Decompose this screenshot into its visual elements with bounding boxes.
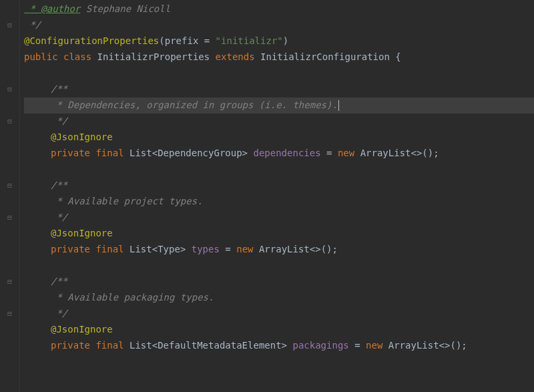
comment-open: /**	[51, 81, 67, 97]
gutter-mark	[0, 354, 19, 370]
string-literal: "initializr"	[216, 33, 283, 49]
code-line[interactable]: /**	[24, 274, 534, 290]
code-line[interactable]: @JsonIgnore	[24, 226, 534, 242]
code-line[interactable]: private final List<DependencyGroup> depe…	[24, 146, 534, 162]
code-line[interactable]: * Available project types.	[24, 194, 534, 210]
field-name: packagings	[292, 338, 348, 354]
javadoc-author-tag: * @author	[24, 1, 80, 17]
gutter-mark	[0, 1, 19, 17]
author-name: Stephane Nicoll	[80, 1, 170, 17]
code-line[interactable]: */	[24, 306, 534, 322]
comment-text: * Available packaging types.	[51, 290, 214, 306]
fold-icon[interactable]: ⊟	[0, 178, 19, 194]
gutter-mark	[0, 290, 19, 306]
code-line[interactable]: @JsonIgnore	[24, 130, 534, 146]
annotation: @JsonIgnore	[51, 322, 113, 338]
code-line[interactable]: /**	[24, 178, 534, 194]
code-editor[interactable]: * @author Stephane Nicoll */ @Configurat…	[20, 0, 534, 392]
keyword-class: class	[63, 49, 97, 65]
keyword-new: new	[366, 338, 388, 354]
fold-icon[interactable]: ⊟	[0, 210, 19, 226]
code-line[interactable]: * @author Stephane Nicoll	[24, 1, 534, 17]
gutter-mark	[0, 130, 19, 146]
fold-icon[interactable]: ⊟	[0, 306, 19, 322]
keyword-private: private	[51, 146, 95, 162]
comment-close: */	[51, 114, 67, 130]
field-name: types	[192, 242, 220, 258]
keyword-final: final	[95, 146, 129, 162]
gutter-mark	[0, 226, 19, 242]
keyword-public: public	[24, 49, 63, 65]
keyword-final: final	[95, 242, 129, 258]
code-line[interactable]: */	[24, 114, 534, 130]
gutter-mark	[0, 65, 19, 81]
parent-class: InitializrConfiguration {	[260, 49, 401, 65]
comment-text: * Dependencies, organized in groups (i.e…	[51, 97, 338, 114]
code-line[interactable]: * Available packaging types.	[24, 290, 534, 306]
annotation: @ConfigurationProperties	[24, 33, 159, 49]
gutter-mark	[0, 49, 19, 65]
comment-close: */	[24, 17, 41, 33]
gutter-mark	[0, 338, 19, 354]
keyword-extends: extends	[216, 49, 260, 65]
gutter-mark	[0, 322, 19, 338]
keyword-new: new	[338, 146, 360, 162]
fold-icon[interactable]: ⊟	[0, 114, 19, 130]
code-line[interactable]: private final List<Type> types = new Arr…	[24, 242, 534, 258]
code-line[interactable]: @ConfigurationProperties(prefix = "initi…	[24, 33, 534, 49]
comment-text: * Available project types.	[51, 194, 203, 210]
fold-icon[interactable]: ⊟	[0, 17, 19, 33]
annotation: @JsonIgnore	[51, 226, 113, 242]
keyword-private: private	[51, 338, 95, 354]
gutter-mark	[0, 194, 19, 210]
code-line-current[interactable]: * Dependencies, organized in groups (i.e…	[24, 97, 534, 114]
comment-open: /**	[51, 274, 67, 290]
gutter-mark	[0, 97, 19, 114]
code-line-empty[interactable]	[24, 65, 534, 81]
fold-icon[interactable]: ⊟	[0, 81, 19, 97]
comment-close: */	[51, 306, 67, 322]
gutter-mark	[0, 33, 19, 49]
gutter-mark	[0, 146, 19, 162]
code-line[interactable]: */	[24, 210, 534, 226]
class-name: InitializrProperties	[97, 49, 216, 65]
comment-open: /**	[51, 178, 67, 194]
gutter-mark	[0, 162, 19, 178]
code-line[interactable]: */	[24, 17, 534, 33]
code-line[interactable]: /**	[24, 81, 534, 97]
gutter-mark	[0, 242, 19, 258]
code-line-empty[interactable]	[24, 258, 534, 274]
code-line[interactable]: @JsonIgnore	[24, 322, 534, 338]
field-name: dependencies	[253, 146, 320, 162]
code-line[interactable]: private final List<DefaultMetadataElemen…	[24, 338, 534, 354]
keyword-private: private	[51, 242, 95, 258]
fold-icon[interactable]: ⊟	[0, 274, 19, 290]
code-line[interactable]: public class InitializrProperties extend…	[24, 49, 534, 65]
keyword-final: final	[95, 338, 129, 354]
editor-gutter[interactable]: ⊟ ⊟ ⊟ ⊟ ⊟ ⊟ ⊟	[0, 0, 20, 392]
annotation: @JsonIgnore	[51, 130, 113, 146]
comment-close: */	[51, 210, 67, 226]
text-caret	[338, 100, 339, 111]
keyword-new: new	[236, 242, 259, 258]
code-line-empty[interactable]	[24, 162, 534, 178]
gutter-mark	[0, 258, 19, 274]
